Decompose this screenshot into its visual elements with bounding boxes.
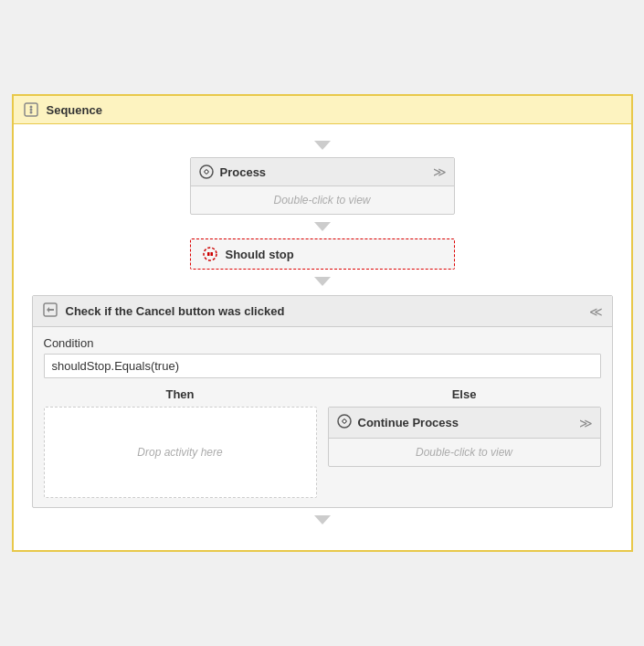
- continue-process-icon: [336, 413, 353, 432]
- continue-process-title: Continue Process: [358, 416, 459, 429]
- svg-point-1: [29, 106, 32, 109]
- sequence-body: Process ≫ Double-click to view Should st…: [14, 124, 631, 550]
- then-drop-zone[interactable]: Drop activity here: [44, 407, 317, 498]
- arrow-down-2: [314, 222, 331, 231]
- process-icon: [198, 164, 215, 180]
- svg-point-5: [205, 170, 208, 174]
- continue-process-subtitle: Double-click to view: [329, 439, 600, 466]
- sequence-icon: [23, 101, 39, 118]
- svg-rect-8: [210, 252, 213, 256]
- arrow-down-3: [314, 277, 331, 286]
- drop-hint: Drop activity here: [137, 446, 222, 459]
- process-header-left: Process: [198, 164, 267, 180]
- if-icon: [42, 302, 58, 321]
- if-body: Condition Then Drop activity here Else: [33, 327, 612, 507]
- svg-point-3: [29, 111, 32, 114]
- condition-label: Condition: [44, 336, 601, 350]
- sequence-header: Sequence: [14, 96, 631, 124]
- continue-process-header-left: Continue Process: [336, 413, 459, 432]
- svg-point-11: [343, 419, 346, 423]
- should-stop-title: Should stop: [226, 248, 294, 261]
- if-header-left: Check if the Cancel button was clicked: [42, 302, 285, 321]
- arrow-down-1: [314, 141, 331, 150]
- svg-point-6: [204, 248, 216, 260]
- if-collapse-icon[interactable]: ≪: [589, 304, 603, 319]
- process-title: Process: [220, 165, 267, 179]
- process-collapse-icon[interactable]: ≫: [433, 164, 447, 179]
- process-header: Process ≫: [191, 158, 454, 186]
- if-container: Check if the Cancel button was clicked ≪…: [32, 295, 613, 508]
- svg-point-2: [29, 109, 32, 111]
- sequence-title: Sequence: [47, 103, 102, 117]
- process-subtitle: Double-click to view: [191, 186, 454, 214]
- process-block[interactable]: Process ≫ Double-click to view: [190, 157, 455, 215]
- if-header: Check if the Cancel button was clicked ≪: [33, 296, 612, 327]
- should-stop-block[interactable]: Should stop: [190, 238, 455, 270]
- condition-input[interactable]: [44, 354, 601, 378]
- svg-rect-7: [207, 252, 210, 256]
- then-else-row: Then Drop activity here Else: [44, 387, 601, 498]
- if-title: Check if the Cancel button was clicked: [66, 304, 285, 318]
- continue-process-header: Continue Process ≫: [329, 408, 600, 439]
- else-column: Else: [328, 387, 601, 498]
- should-stop-icon: [202, 246, 218, 262]
- continue-process-collapse-icon[interactable]: ≫: [579, 416, 593, 430]
- then-column: Then Drop activity here: [44, 387, 317, 498]
- then-label: Then: [165, 387, 194, 401]
- continue-process-block[interactable]: Continue Process ≫ Double-click to view: [328, 407, 601, 467]
- sequence-container: Sequence Process ≫: [12, 94, 633, 552]
- arrow-down-4: [314, 515, 331, 524]
- else-label: Else: [452, 387, 477, 401]
